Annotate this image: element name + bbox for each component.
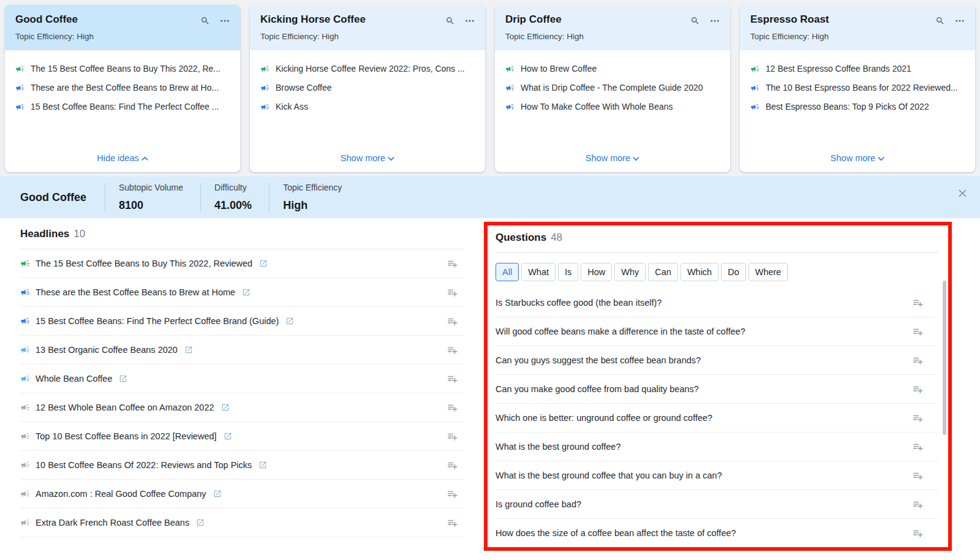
idea-title[interactable]: The 10 Best Espresso Beans for 2022 Revi… (766, 83, 958, 93)
add-to-list-icon[interactable] (447, 460, 458, 471)
external-link-icon[interactable] (259, 259, 268, 268)
question-row: Is Starbucks coffee good (the bean itsel… (496, 289, 938, 317)
more-options-icon[interactable] (219, 15, 230, 26)
card-title[interactable]: Good Coffee (15, 13, 94, 26)
add-to-list-icon[interactable] (912, 470, 924, 482)
add-to-list-icon[interactable] (912, 297, 924, 309)
more-options-icon[interactable] (709, 15, 720, 26)
add-to-list-icon[interactable] (447, 431, 458, 442)
headline-link[interactable]: 13 Best Organic Coffee Beans 2020 (36, 345, 178, 355)
external-link-icon[interactable] (213, 490, 222, 498)
search-icon[interactable] (935, 16, 945, 26)
summary-metric: Topic Efficiency High (269, 183, 359, 212)
headline-link[interactable]: 10 Best Coffee Beans Of 2022: Reviews an… (36, 460, 252, 470)
idea-title[interactable]: The 15 Best Coffee Beans to Buy This 202… (31, 64, 221, 74)
question-filter[interactable]: Where (748, 263, 788, 281)
add-to-list-icon[interactable] (447, 373, 458, 385)
megaphone-icon (20, 316, 30, 326)
question-filter[interactable]: What (521, 263, 556, 281)
headline-link[interactable]: Extra Dark French Roast Coffee Beans (36, 518, 189, 528)
headline-link[interactable]: Whole Bean Coffee (36, 374, 112, 384)
card-efficiency: Topic Efficiency: High (750, 32, 829, 41)
headline-link[interactable]: These are the Best Coffee Beans to Brew … (36, 287, 235, 297)
close-icon[interactable] (959, 189, 967, 200)
hide-ideas-button[interactable]: Hide ideas (5, 146, 240, 172)
question-filter[interactable]: Can (648, 263, 678, 281)
headlines-count: 10 (74, 228, 85, 240)
card-efficiency: Topic Efficiency: High (260, 32, 366, 41)
metric-value: 8100 (119, 199, 183, 212)
external-link-icon[interactable] (242, 288, 251, 297)
question-text: Can you guys suggest the best coffee bea… (496, 355, 701, 365)
add-to-list-icon[interactable] (447, 258, 458, 270)
question-text: How does the size of a coffee bean affec… (496, 528, 736, 538)
card-efficiency: Topic Efficiency: High (15, 32, 94, 41)
add-to-list-icon[interactable] (912, 528, 924, 539)
megaphone-icon (20, 489, 30, 499)
card-title[interactable]: Espresso Roast (750, 13, 829, 26)
headline-link[interactable]: Top 10 Best Coffee Beans in 2022 [Review… (36, 431, 217, 441)
show-more-button[interactable]: Show more (250, 146, 485, 172)
idea-title[interactable]: Browse Coffee (276, 83, 332, 93)
search-icon[interactable] (690, 16, 700, 26)
add-to-list-icon[interactable] (912, 384, 924, 395)
headline-link[interactable]: 12 Best Whole Bean Coffee on Amazon 2022 (36, 403, 214, 412)
search-icon[interactable] (200, 16, 210, 26)
idea-title[interactable]: 12 Best Espresso Coffee Brands 2021 (766, 64, 911, 74)
more-options-icon[interactable] (954, 15, 965, 26)
headline-row: 10 Best Coffee Beans Of 2022: Reviews an… (20, 451, 464, 480)
question-filter[interactable]: How (581, 263, 612, 281)
headlines-title: Headlines (20, 228, 69, 240)
topic-card-drip-coffee: Drip Coffee Topic Efficiency: High How t… (495, 5, 730, 172)
card-title[interactable]: Drip Coffee (505, 13, 584, 26)
add-to-list-icon[interactable] (447, 316, 458, 327)
add-to-list-icon[interactable] (447, 517, 458, 529)
add-to-list-icon[interactable] (447, 488, 458, 500)
question-filter[interactable]: Is (558, 263, 578, 281)
external-link-icon[interactable] (224, 432, 232, 441)
idea-title[interactable]: 15 Best Coffee Beans: Find The Perfect C… (31, 102, 219, 112)
add-to-list-icon[interactable] (912, 499, 924, 510)
show-more-button[interactable]: Show more (495, 146, 730, 172)
idea-title[interactable]: How To Make Coffee With Whole Beans (521, 102, 673, 112)
headline-link[interactable]: 15 Best Coffee Beans: Find The Perfect C… (36, 316, 279, 326)
card-title[interactable]: Kicking Horse Coffee (260, 13, 366, 26)
external-link-icon[interactable] (221, 403, 230, 412)
idea-title[interactable]: Kick Ass (276, 102, 308, 112)
add-to-list-icon[interactable] (447, 287, 458, 298)
add-to-list-icon[interactable] (447, 344, 458, 356)
question-filter[interactable]: Do (721, 263, 746, 281)
cards-row: Good Coffee Topic Efficiency: High The 1… (0, 0, 980, 176)
scrollbar-thumb[interactable] (943, 281, 946, 435)
search-icon[interactable] (445, 16, 455, 26)
question-text: What is the best ground coffee? (496, 442, 620, 452)
external-link-icon[interactable] (119, 374, 127, 383)
idea-title[interactable]: How to Brew Coffee (521, 64, 597, 74)
megaphone-icon (15, 64, 24, 74)
idea-title[interactable]: Kicking Horse Coffee Review 2022: Pros, … (276, 64, 465, 74)
add-to-list-icon[interactable] (912, 412, 924, 424)
add-to-list-icon[interactable] (912, 326, 924, 338)
headline-link[interactable]: The 15 Best Coffee Beans to Buy This 202… (36, 259, 252, 268)
external-link-icon[interactable] (285, 317, 294, 325)
question-filter[interactable]: All (496, 263, 519, 281)
headline-link[interactable]: Amazon.com : Real Good Coffee Company (36, 489, 206, 499)
idea-title[interactable]: These are the Best Coffee Beans to Brew … (31, 83, 219, 93)
question-row: Can you make good coffee from bad qualit… (496, 375, 938, 404)
headline-row: Whole Bean Coffee (20, 365, 464, 393)
show-more-button[interactable]: Show more (740, 146, 975, 172)
external-link-icon[interactable] (258, 461, 267, 469)
add-to-list-icon[interactable] (447, 402, 458, 414)
idea-title[interactable]: Best Espresso Beans: Top 9 Picks Of 2022 (766, 102, 929, 112)
megaphone-icon (15, 102, 24, 112)
external-link-icon[interactable] (196, 518, 205, 527)
external-link-icon[interactable] (184, 346, 193, 354)
question-filter[interactable]: Which (680, 263, 718, 281)
add-to-list-icon[interactable] (912, 355, 924, 366)
megaphone-icon (505, 83, 514, 93)
idea-title[interactable]: What is Drip Coffee - The Complete Guide… (521, 83, 703, 93)
question-filter[interactable]: Why (614, 263, 646, 281)
add-to-list-icon[interactable] (912, 441, 924, 453)
card-header: Espresso Roast Topic Efficiency: High (740, 5, 975, 50)
more-options-icon[interactable] (464, 15, 475, 26)
